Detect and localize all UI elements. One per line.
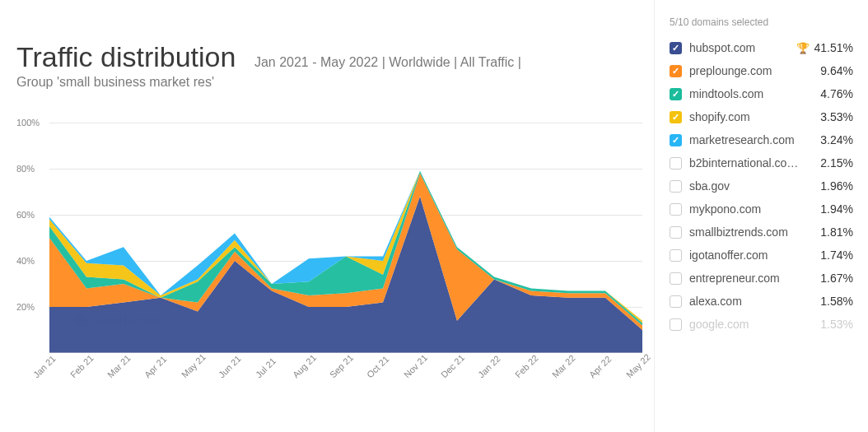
y-tick-label: 80% xyxy=(16,164,35,174)
legend-name: preplounge.com xyxy=(689,64,815,77)
legend-percent: 2.15% xyxy=(820,156,853,170)
legend-item[interactable]: hubspot.com🏆41.51% xyxy=(670,39,853,56)
legend-checkbox[interactable] xyxy=(670,111,682,123)
legend-name: mindtools.com xyxy=(689,87,815,100)
x-tick-label: Feb 21 xyxy=(68,353,96,380)
y-tick-label: 20% xyxy=(16,302,35,312)
trophy-icon: 🏆 xyxy=(796,42,810,54)
chart-header: Traffic distribution Jan 2021 - May 2022… xyxy=(16,0,651,98)
legend-item[interactable]: preplounge.com9.64% xyxy=(670,63,853,79)
legend-name: igotanoffer.com xyxy=(689,249,815,262)
legend-item[interactable]: igotanoffer.com1.74% xyxy=(670,247,853,263)
x-tick-label: Sep 21 xyxy=(328,353,355,380)
y-tick-label: 100% xyxy=(16,118,40,128)
x-tick-label: Dec 21 xyxy=(439,353,466,380)
legend-name: alexa.com xyxy=(689,295,815,308)
legend-checkbox[interactable] xyxy=(670,180,682,193)
legend-name: marketresearch.com xyxy=(689,133,815,146)
legend-item[interactable]: mindtools.com4.76% xyxy=(670,86,853,102)
x-tick-label: Apr 22 xyxy=(587,354,613,379)
chart-area: 20%40%60%80%100% similarweb Jan 21Feb 21… xyxy=(16,123,642,402)
legend-checkbox[interactable] xyxy=(670,203,682,216)
x-tick-label: Jan 22 xyxy=(476,354,502,380)
legend-name: b2binternational.co… xyxy=(689,156,815,170)
x-tick-label: Jun 21 xyxy=(217,354,243,380)
legend-item[interactable]: entrepreneur.com1.67% xyxy=(670,270,853,286)
legend-item[interactable]: shopify.com3.53% xyxy=(670,109,853,125)
legend-percent: 4.76% xyxy=(820,87,853,100)
x-tick-label: Mar 21 xyxy=(105,353,133,380)
legend-checkbox[interactable] xyxy=(670,88,682,100)
legend-percent: 41.51% xyxy=(814,41,853,54)
x-axis-labels: Jan 21Feb 21Mar 21Apr 21May 21Jun 21Jul … xyxy=(49,355,642,396)
x-tick-label: Apr 21 xyxy=(142,354,168,379)
legend-checkbox[interactable] xyxy=(670,65,682,77)
legend-percent: 9.64% xyxy=(820,64,853,77)
legend-checkbox[interactable] xyxy=(670,42,682,54)
legend-name: smallbiztrends.com xyxy=(689,225,815,239)
selection-count: 5/10 domains selected xyxy=(670,16,853,28)
legend-checkbox[interactable] xyxy=(670,157,682,170)
legend-item[interactable]: mykpono.com1.94% xyxy=(670,201,853,217)
x-tick-label: Nov 21 xyxy=(402,353,429,380)
x-tick-label: Feb 22 xyxy=(513,353,540,380)
x-tick-label: Aug 21 xyxy=(291,353,318,380)
y-tick-label: 40% xyxy=(16,256,35,266)
legend-name: google.com xyxy=(689,318,815,331)
y-tick-label: 60% xyxy=(16,210,35,220)
legend-checkbox[interactable] xyxy=(670,318,682,331)
legend-percent: 1.74% xyxy=(820,249,853,262)
main-panel: Traffic distribution Jan 2021 - May 2022… xyxy=(0,0,651,432)
legend-item[interactable]: sba.gov1.96% xyxy=(670,178,853,194)
legend-percent: 1.67% xyxy=(820,272,853,285)
legend-name: shopify.com xyxy=(689,110,815,123)
legend-percent: 1.96% xyxy=(820,179,853,193)
chart-subtitle-1: Jan 2021 - May 2022 | Worldwide | All Tr… xyxy=(254,55,521,69)
x-tick-label: Oct 21 xyxy=(365,354,390,379)
legend-name: sba.gov xyxy=(689,179,815,193)
x-tick-label: Jan 21 xyxy=(31,354,58,380)
legend-sidebar: 5/10 domains selected hubspot.com🏆41.51%… xyxy=(654,0,868,432)
legend-item[interactable]: google.com1.53% xyxy=(670,316,853,332)
x-tick-label: May 22 xyxy=(624,352,652,380)
legend-name: mykpono.com xyxy=(689,202,815,216)
legend-list: hubspot.com🏆41.51%preplounge.com9.64%min… xyxy=(670,39,853,332)
legend-item[interactable]: b2binternational.co…2.15% xyxy=(670,155,853,171)
legend-item[interactable]: alexa.com1.58% xyxy=(670,293,853,309)
legend-percent: 1.81% xyxy=(820,225,853,239)
page-title: Traffic distribution xyxy=(16,41,236,72)
legend-percent: 1.94% xyxy=(820,202,853,216)
x-tick-label: May 21 xyxy=(180,352,208,380)
legend-item[interactable]: smallbiztrends.com1.81% xyxy=(670,224,853,240)
x-tick-label: Mar 22 xyxy=(550,353,577,380)
legend-percent: 1.58% xyxy=(820,295,853,308)
legend-checkbox[interactable] xyxy=(670,249,682,262)
legend-checkbox[interactable] xyxy=(670,226,682,239)
x-tick-label: Jul 21 xyxy=(254,355,278,379)
legend-percent: 1.53% xyxy=(820,318,853,331)
legend-checkbox[interactable] xyxy=(670,272,682,285)
area-chart[interactable] xyxy=(49,123,642,353)
legend-item[interactable]: marketresearch.com3.24% xyxy=(670,132,853,148)
legend-percent: 3.24% xyxy=(820,133,853,146)
legend-percent: 3.53% xyxy=(820,110,853,123)
legend-name: entrepreneur.com xyxy=(689,272,815,285)
legend-name: hubspot.com xyxy=(689,41,794,54)
chart-subtitle-2: Group 'small business market res' xyxy=(16,75,651,90)
legend-checkbox[interactable] xyxy=(670,134,682,146)
legend-checkbox[interactable] xyxy=(670,295,682,308)
